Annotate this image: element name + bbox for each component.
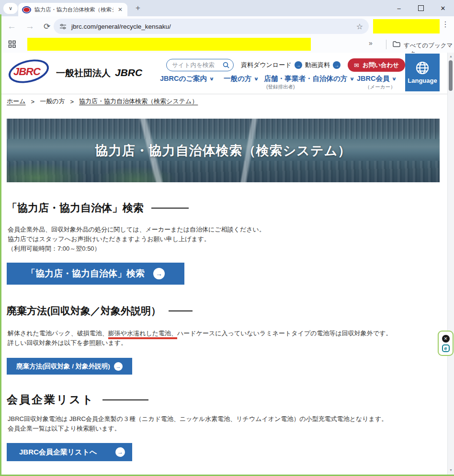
- member-list-button[interactable]: JBRC会員企業リストへ →: [7, 443, 132, 461]
- jbrc-logo[interactable]: JBRC: [8, 59, 49, 83]
- bookmarks-bar: » すべてのブックマーク: [0, 36, 454, 53]
- videos-label: 動画資料: [305, 61, 330, 69]
- browser-tab[interactable]: 協力店・協力自治体検索（検索シ ✕: [18, 3, 127, 16]
- back-icon[interactable]: ←: [7, 21, 16, 32]
- arrow-right-icon: →: [295, 61, 302, 69]
- bookmark-star-icon[interactable]: ☆: [356, 22, 363, 31]
- scroll-down-icon[interactable]: ▼: [448, 468, 454, 472]
- tab-strip: ∨ 協力店・協力自治体検索（検索シ ✕ + – ✕: [0, 0, 454, 16]
- browser-window: ∨ 協力店・協力自治体検索（検索シ ✕ + – ✕ ← → ⟳ jbrc.com…: [0, 0, 454, 476]
- capture-border-left: [0, 14, 1, 476]
- scroll-up-icon[interactable]: ▲: [448, 55, 454, 58]
- downloads-label: 資料ダウンロード: [241, 61, 292, 69]
- body-line: 詳しい回収対象外は以下を参照願います。: [8, 338, 392, 348]
- page-title: 協力店・協力自治体検索（検索システム）: [95, 142, 352, 159]
- nav-member[interactable]: JBRC会員 ∨: [357, 74, 397, 83]
- breadcrumb-separator: >: [31, 98, 35, 105]
- breadcrumb-current[interactable]: 協力店・協力自治体検索（検索システム）: [79, 97, 198, 106]
- section-search-body: 会員企業外品、回収対象外品の処分に関しては、メーカーまたは自治体にご相談ください…: [8, 225, 265, 254]
- tab-close-icon[interactable]: ✕: [117, 6, 124, 13]
- heading-rule: [102, 399, 148, 400]
- contact-button[interactable]: ✉ お問い合わせ: [348, 58, 405, 72]
- nav-jbrc-guide[interactable]: JBRCのご案内 ∨: [160, 74, 214, 83]
- chevron-down-icon: ∨: [9, 5, 12, 11]
- body-line: 会員企業一覧は以下より検索願います。: [8, 424, 387, 433]
- search-system-button[interactable]: 「協力店・協力自治体」検索 →: [7, 263, 184, 285]
- chevron-down-icon: ∨: [350, 76, 355, 81]
- folder-icon[interactable]: [393, 41, 400, 47]
- extension-widget: ✕ e: [438, 331, 454, 356]
- heading-text: 「協力店・協力自治体」検索: [7, 201, 144, 215]
- widget-close-icon[interactable]: ✕: [442, 335, 450, 343]
- redaction-overlay-profile: [373, 19, 440, 33]
- header-divider: [0, 94, 454, 94]
- breadcrumb-general: 一般の方: [40, 97, 65, 106]
- address-bar[interactable]: jbrc.com/general/recycle_kensaku/ ☆: [54, 19, 369, 34]
- arrow-right-icon: →: [333, 61, 340, 69]
- button-label: 「協力店・協力自治体」検索: [26, 267, 145, 280]
- breadcrumb: ホーム > 一般の方 > 協力店・協力自治体検索（検索システム）: [7, 97, 198, 106]
- section-disposal-body: 解体された電池パック、破損電池、膨張や水濡れした電池、ハードケースに入っていない…: [8, 329, 392, 348]
- apps-grid-icon[interactable]: [8, 40, 16, 48]
- section-members-body: JBRC回収対象電池は JBRC会員企業製の３種（ニカド電池、ニッケル水素電池、…: [8, 414, 387, 433]
- videos-link[interactable]: 動画資料 →: [305, 61, 340, 69]
- nav-label: JBRC会員: [357, 74, 389, 83]
- bookmarks-divider: [386, 40, 386, 49]
- new-tab-button[interactable]: +: [136, 3, 140, 13]
- scrollbar-thumb[interactable]: [449, 60, 453, 91]
- bookmarks-overflow-icon[interactable]: »: [369, 39, 373, 47]
- arrow-right-icon: →: [114, 362, 123, 371]
- reload-icon[interactable]: ⟳: [44, 22, 50, 32]
- heading-rule: [151, 208, 189, 209]
- search-icon[interactable]: [223, 62, 229, 68]
- contact-label: お問い合わせ: [363, 61, 399, 69]
- jbrc-favicon-icon: [22, 6, 31, 13]
- org-name: 一般社団法人 JBRC: [56, 67, 142, 79]
- arrow-right-icon: →: [115, 447, 125, 457]
- nav-label: 一般の方: [224, 74, 251, 83]
- body-line: JBRC回収対象電池は JBRC会員企業製の３種（ニカド電池、ニッケル水素電池、…: [8, 414, 387, 424]
- maximize-icon: [418, 5, 424, 11]
- tab-list-button[interactable]: ∨: [3, 3, 18, 14]
- chevron-down-icon: ∨: [254, 76, 259, 81]
- page-scrollbar[interactable]: ▲ ▼: [447, 53, 454, 475]
- minimize-button[interactable]: –: [388, 0, 410, 16]
- breadcrumb-separator: >: [70, 98, 74, 105]
- browser-menu-icon[interactable]: ⋮: [441, 20, 450, 29]
- hero-banner: 協力店・協力自治体検索（検索システム）: [7, 119, 440, 182]
- section-disposal-heading: 廃棄方法(回収対象／対象外説明）: [7, 304, 193, 318]
- site-search[interactable]: [166, 59, 234, 71]
- language-button[interactable]: Language: [405, 54, 440, 91]
- mail-icon: ✉: [354, 62, 359, 69]
- org-prefix: 一般社団法人: [56, 67, 111, 79]
- nav-member-sub: （メーカー）: [365, 84, 396, 90]
- body-line: 会員企業外品、回収対象外品の処分に関しては、メーカーまたは自治体にご相談ください…: [8, 225, 265, 234]
- arrow-right-icon: →: [153, 268, 165, 279]
- body-line: 解体された電池パック、破損電池、膨張や水濡れした電池、ハードケースに入っていない…: [8, 329, 392, 338]
- body-text: 解体された電池パック、破損電池、: [8, 330, 108, 337]
- body-text: ハードケースに入っていないラミネートタイプの電池等は回収対象外です。: [177, 330, 392, 337]
- tab-title: 協力店・協力自治体検索（検索シ: [34, 6, 114, 13]
- nav-label: JBRCのご案内: [160, 74, 207, 83]
- downloads-link[interactable]: 資料ダウンロード →: [241, 61, 302, 69]
- nav-general[interactable]: 一般の方 ∨: [224, 74, 258, 83]
- forward-icon[interactable]: →: [25, 21, 34, 32]
- window-close-button[interactable]: ✕: [432, 0, 454, 16]
- maximize-button[interactable]: [410, 0, 432, 16]
- site-settings-icon[interactable]: [59, 23, 67, 30]
- red-underlined-text: 膨張や水濡れした電池、: [108, 330, 177, 339]
- button-label: JBRC会員企業リストへ: [19, 448, 97, 457]
- nav-business[interactable]: 店舗・事業者・自治体の方 ∨: [264, 74, 354, 83]
- window-controls: – ✕: [388, 0, 454, 16]
- body-line: 協力店ではスタッフへお声掛けいただきますようお願い申し上げます。: [8, 234, 265, 244]
- site-search-input[interactable]: [167, 62, 223, 68]
- nav-business-sub: (登録排出者): [266, 84, 295, 90]
- breadcrumb-home[interactable]: ホーム: [7, 97, 26, 106]
- widget-e-icon[interactable]: e: [442, 344, 450, 352]
- section-members-heading: 会員企業リスト: [7, 392, 148, 407]
- logo-text: JBRC: [13, 66, 40, 78]
- body-line: （利用可能時間：7:00～翌0:50）: [8, 244, 265, 254]
- disposal-method-button[interactable]: 廃棄方法(回収対象 / 対象外説明) →: [7, 358, 132, 375]
- url-text[interactable]: jbrc.com/general/recycle_kensaku/: [71, 23, 352, 30]
- chevron-down-icon: ∨: [392, 76, 397, 81]
